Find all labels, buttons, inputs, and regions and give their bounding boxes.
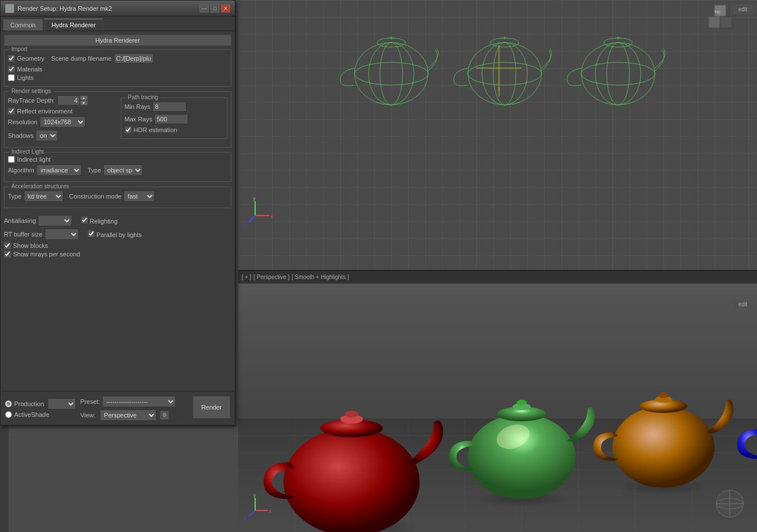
svg-rect-33 [709,16,720,28]
type-select[interactable]: object sp world [103,164,143,176]
nav-cube-svg: top [706,2,734,31]
svg-rect-34 [720,16,731,28]
dialog-tabs: Common Hydra Renderer [1,16,235,31]
viewport-bottom[interactable]: [ + ] [ Perspective ] [ Smooth + Highlig… [238,271,757,532]
dialog-controls: — □ ✕ [200,5,230,12]
activeshade-label: ActiveShade [14,411,49,418]
render-settings-legend: Render settings [9,88,53,94]
acceleration-fieldset: Acceleration structures Type kd tree bvh… [4,187,231,208]
geometry-label: Geometry [17,55,44,62]
svg-point-5 [354,43,428,105]
parallel-lights-label: Parallel by lights [96,231,142,238]
accel-type-select[interactable]: kd tree bvh [24,191,64,202]
activeshade-radio[interactable] [5,411,12,418]
min-rays-input[interactable] [153,102,187,112]
show-mrays-row: Show mrays per second [4,251,231,257]
nav-cube-top: top [706,2,734,32]
relighting-checkbox[interactable] [81,217,88,223]
close-button[interactable]: ✕ [221,5,230,12]
view-label: View: [81,412,96,419]
svg-point-19 [581,43,655,105]
svg-point-7 [369,43,414,105]
restore-button[interactable]: □ [210,5,219,12]
teapot-blue [737,387,757,494]
mode-radio-group: Production ActiveShade [5,398,76,418]
view-select[interactable]: Perspective Top Front [100,409,157,421]
indirect-light-label: Indirect light [17,156,50,163]
raytrace-spinner: ▲ ▼ [57,95,88,105]
import-fieldset: Import Geometry Scene dump filename Mate… [4,49,231,87]
indirect-light-fieldset: Indirect Light Indirect light Algorithm … [4,152,231,182]
shadows-select[interactable]: on off [36,130,58,141]
show-mrays-checkbox[interactable] [4,251,11,257]
scene-dump-input[interactable] [114,53,154,64]
raytrace-row: RayTrace Depth: ▲ ▼ [8,95,115,105]
render-settings-right: Path tracing Min Rays Max Rays HDR estim… [121,95,228,143]
show-blocks-checkbox[interactable] [4,242,11,249]
svg-point-64 [659,392,668,398]
svg-point-15 [493,43,516,105]
show-blocks-row: Show blocks [4,242,231,249]
svg-point-6 [354,62,428,85]
viewport-bottom-header: [ + ] [ Perspective ] [ Smooth + Highlig… [238,271,757,284]
render-settings-fieldset: Render settings RayTrace Depth: ▲ ▼ [4,91,231,147]
materials-row: Materials [8,66,227,73]
shadows-row: Shadows on off [8,130,115,141]
wireframe-svg: x y z [238,0,757,270]
raytrace-input[interactable] [57,95,80,105]
scene-dump-label: Scene dump filename [51,55,111,62]
teapot-green [449,400,595,508]
svg-point-8 [380,43,403,105]
path-tracing-fieldset: Path tracing Min Rays Max Rays HDR estim… [121,98,228,139]
svg-point-13 [468,62,542,85]
show-blocks-label: Show blocks [13,242,48,249]
materials-checkbox[interactable] [8,66,15,73]
construction-select[interactable]: fast balanced [124,191,155,202]
svg-text:z: z [244,516,247,522]
geometry-checkbox[interactable] [8,55,15,62]
lights-checkbox[interactable] [8,74,15,81]
resolution-row: Resolution 1024x768 1920x1080 800x600 [8,116,115,128]
tab-hydra-renderer[interactable]: Hydra Renderer [44,19,103,31]
view-line: View: Perspective Top Front ⚙ [81,409,188,421]
raytrace-down[interactable]: ▼ [80,100,88,105]
lights-label: Lights [17,74,33,81]
algorithm-select[interactable]: irradiance path tracing [36,164,82,176]
production-radio[interactable] [5,400,12,407]
parallel-lights-checkbox[interactable] [88,230,95,237]
svg-point-12 [468,43,542,105]
viewport-top[interactable]: x y z edit top [238,0,757,271]
preset-line: Preset: -------------------- [81,396,188,407]
min-rays-row: Min Rays [125,102,224,112]
raytrace-arrows: ▲ ▼ [80,95,88,105]
max-rays-input[interactable] [154,114,188,124]
viewport-top-edit-button[interactable]: edit [733,5,752,14]
production-select[interactable] [48,398,76,409]
teapot-red [264,411,443,532]
svg-line-77 [249,510,255,517]
render-settings-cols: RayTrace Depth: ▲ ▼ Reflect environment [8,95,227,143]
reflect-env-label: Reflect environment [17,108,73,115]
hdr-checkbox[interactable] [125,126,132,133]
reflect-env-checkbox[interactable] [8,108,15,115]
tab-common[interactable]: Common [3,19,43,31]
dialog-titlebar[interactable]: Render Setup: Hydra Render mk2 — □ ✕ [1,1,235,16]
rt-buffer-select[interactable]: 256 512 [45,229,79,240]
lights-row: Lights [8,74,227,81]
algorithm-row: Algorithm irradiance path tracing Type o… [8,164,227,176]
raytrace-up[interactable]: ▲ [80,95,88,100]
resolution-select[interactable]: 1024x768 1920x1080 800x600 [40,116,86,128]
view-options-button[interactable]: ⚙ [160,411,169,420]
svg-point-20 [581,62,655,85]
render-button[interactable]: Render [193,396,230,419]
preset-select[interactable]: -------------------- [102,396,176,407]
indirect-light-checkbox[interactable] [8,156,15,163]
relighting-label: Relighting [90,218,117,225]
viewport-bottom-edit-button[interactable]: edit [733,299,752,309]
raytrace-label: RayTrace Depth: [8,97,55,104]
import-legend: Import [9,46,29,52]
antialiasing-select[interactable]: 2x 4x [38,215,72,226]
viewport-area: x y z edit top [ + ] [ Perspective ] [ S… [238,0,757,532]
rendered-teapots-svg: x y z [238,284,757,532]
minimize-button[interactable]: — [200,5,209,12]
